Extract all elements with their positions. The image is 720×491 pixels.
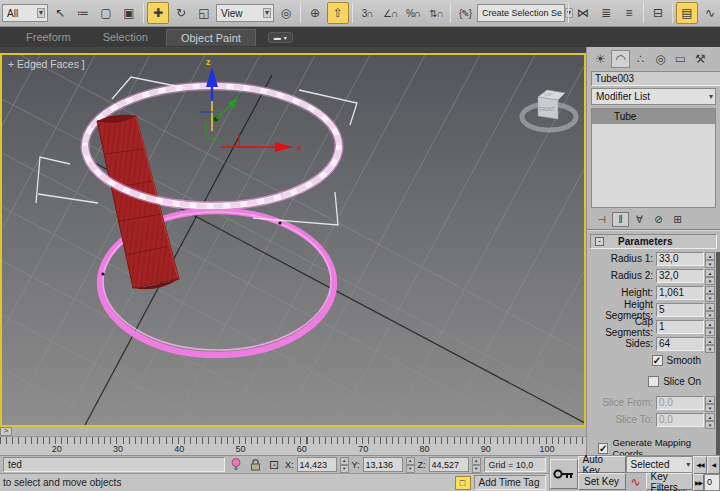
spinner-up-icon[interactable]: ▴ bbox=[705, 337, 715, 345]
modifier-stack[interactable]: Tube bbox=[591, 108, 716, 208]
snap-icon[interactable]: %∩ bbox=[402, 2, 424, 24]
toolbar-icon[interactable]: ∿ bbox=[699, 2, 720, 24]
spinner-control[interactable]: ▴ ▾ bbox=[705, 303, 715, 317]
object-name-field[interactable] bbox=[591, 71, 720, 86]
command-panel-tab-icon[interactable]: ▭ bbox=[671, 50, 690, 68]
spinner-control[interactable]: ▴ ▾ bbox=[705, 320, 715, 334]
perspective-viewport[interactable]: z y x bbox=[0, 53, 586, 427]
track-bar-ruler[interactable]: 2030405060708090100 bbox=[0, 437, 586, 455]
set-keys-button[interactable] bbox=[550, 459, 578, 489]
spinner-down-icon[interactable]: ▾ bbox=[705, 311, 715, 319]
spinner-down-icon[interactable]: ▾ bbox=[705, 328, 715, 336]
default-tangent-curve-icon[interactable]: ∿ bbox=[626, 473, 646, 491]
key-filters-button[interactable]: Key Filters... bbox=[646, 473, 694, 490]
command-panel-tab-icon[interactable]: ◠ bbox=[611, 50, 630, 68]
command-panel-tab-icon[interactable]: ☀ bbox=[591, 50, 610, 68]
current-frame-field[interactable] bbox=[704, 474, 720, 491]
stack-button-icon[interactable]: ⊞ bbox=[669, 212, 686, 227]
time-tag-cube-icon[interactable]: □ bbox=[455, 476, 471, 490]
spinner-down-icon[interactable]: ▾ bbox=[705, 277, 715, 285]
modifier-stack-item[interactable]: Tube bbox=[592, 109, 715, 124]
spinner-down-icon[interactable]: ▾ bbox=[705, 260, 715, 268]
selection-lock-icon[interactable] bbox=[247, 457, 263, 472]
ribbon-overflow-button[interactable]: ▬ ▾ bbox=[268, 32, 293, 43]
add-time-tag-field[interactable]: Add Time Tag bbox=[474, 475, 546, 490]
spinner-control[interactable]: ▴ ▾ bbox=[705, 252, 715, 266]
parameter-field[interactable] bbox=[656, 337, 704, 351]
toolbar-icon[interactable]: ≡ bbox=[618, 2, 640, 24]
spinner-up-icon[interactable]: ▴ bbox=[705, 269, 715, 277]
isolate-selection-icon[interactable] bbox=[228, 457, 244, 472]
ribbon-tab[interactable]: Selection bbox=[89, 29, 162, 46]
stack-button-icon[interactable]: ∀ bbox=[631, 212, 648, 227]
viewcube-front-label[interactable]: FRONT bbox=[539, 107, 555, 112]
snap-icon[interactable]: ∠∩ bbox=[379, 2, 401, 24]
go-to-end-button[interactable]: ▶▶ bbox=[693, 474, 704, 491]
toolbar-icon[interactable]: ↖ bbox=[49, 2, 71, 24]
toolbar-icon[interactable]: ≔ bbox=[72, 2, 94, 24]
toolbar-icon[interactable]: ▤ bbox=[676, 2, 698, 24]
command-panel-tab-icon[interactable]: ⚒ bbox=[691, 50, 710, 68]
toolbar-icon[interactable]: ▢ bbox=[95, 2, 117, 24]
spinner-control[interactable]: ▴ ▾ bbox=[705, 269, 715, 283]
spinner-down-icon[interactable]: ▾ bbox=[705, 294, 715, 302]
viewport-canvas[interactable]: z y x bbox=[2, 55, 584, 425]
ribbon-tab[interactable]: Object Paint bbox=[166, 29, 256, 46]
set-key-button[interactable]: Set Key bbox=[578, 473, 626, 490]
modifier-list-dropdown[interactable]: Modifier List ▾ bbox=[591, 88, 716, 105]
named-selection-set-dropdown[interactable]: Create Selection Se ▾ bbox=[477, 4, 565, 22]
time-slider-next-button[interactable]: > bbox=[0, 427, 12, 436]
parameter-field[interactable] bbox=[656, 269, 704, 283]
previous-frame-button[interactable]: ◀ bbox=[707, 456, 720, 474]
toolbar-icon[interactable]: ⋈ bbox=[572, 2, 594, 24]
generate-mapping-coords-checkbox[interactable]: ✓ bbox=[598, 443, 608, 454]
go-to-start-button[interactable]: ◀◀ bbox=[693, 456, 706, 474]
named-selection-sets-icon[interactable]: {✎} bbox=[454, 2, 476, 24]
auto-key-button[interactable]: Auto Key bbox=[578, 456, 626, 473]
collapse-icon[interactable]: - bbox=[595, 237, 604, 246]
reference-coordinate-dropdown[interactable]: View ▾ bbox=[216, 4, 274, 22]
toolbar-icon[interactable]: ▣ bbox=[118, 2, 140, 24]
transform-tool-icon[interactable]: ↻ bbox=[170, 2, 192, 24]
spinner-up-icon[interactable]: ▴ bbox=[705, 252, 715, 260]
command-panel-tab-icon[interactable]: ∴ bbox=[631, 50, 650, 68]
spinner-control[interactable]: ▴ ▾ bbox=[705, 286, 715, 300]
spinner-down-icon[interactable]: ▾ bbox=[705, 345, 715, 353]
parameter-field[interactable] bbox=[656, 252, 704, 266]
ribbon-tab[interactable]: Freeform bbox=[12, 29, 85, 46]
toolbar-icon[interactable]: ⊟ bbox=[647, 2, 669, 24]
stack-button-icon[interactable]: ⊘ bbox=[650, 212, 667, 227]
spinner-control[interactable]: ▴▾ bbox=[472, 457, 481, 472]
smooth-checkbox[interactable]: ✓ bbox=[652, 355, 663, 366]
y-coord-field[interactable] bbox=[363, 457, 403, 472]
spinner-control[interactable]: ▴▾ bbox=[340, 457, 349, 472]
panel-scrollbar[interactable] bbox=[716, 252, 720, 455]
parameters-rollout-header[interactable]: - Parameters bbox=[590, 234, 717, 249]
toolbar-icon[interactable]: ⊕ bbox=[304, 2, 326, 24]
slice-on-checkbox[interactable]: ✓ bbox=[648, 376, 659, 387]
parameter-field[interactable] bbox=[656, 320, 704, 334]
time-slider-track[interactable]: > bbox=[0, 427, 586, 437]
spinner-up-icon[interactable]: ▴ bbox=[705, 303, 715, 311]
toolbar-icon[interactable]: ≣ bbox=[595, 2, 617, 24]
x-coord-field[interactable] bbox=[297, 457, 337, 472]
stack-button-icon[interactable]: ‖ bbox=[612, 212, 629, 227]
snap-icon[interactable]: 3∩ bbox=[356, 2, 378, 24]
parameter-field[interactable] bbox=[656, 303, 704, 317]
spinner-control[interactable]: ▴ ▾ bbox=[705, 337, 715, 351]
spinner-up-icon[interactable]: ▴ bbox=[705, 320, 715, 328]
spinner-up-icon[interactable]: ▴ bbox=[705, 286, 715, 294]
transform-tool-icon[interactable]: ✚ bbox=[147, 2, 169, 24]
toolbar-icon[interactable]: ⇧ bbox=[327, 2, 349, 24]
pivot-center-icon[interactable]: ◎ bbox=[275, 2, 297, 24]
stack-button-icon[interactable]: ⊣ bbox=[593, 212, 610, 227]
selection-filter-dropdown[interactable]: All ▾ bbox=[2, 4, 48, 22]
parameter-field[interactable] bbox=[656, 286, 704, 300]
snap-icon[interactable]: ⇅∩ bbox=[425, 2, 447, 24]
viewcube-top-label[interactable]: TOP bbox=[543, 92, 552, 98]
command-panel-tab-icon[interactable]: ◎ bbox=[651, 50, 670, 68]
absolute-mode-icon[interactable]: ⊡ bbox=[266, 457, 282, 472]
transform-tool-icon[interactable]: ◱ bbox=[193, 2, 215, 24]
z-coord-field[interactable] bbox=[429, 457, 469, 472]
viewport-label[interactable]: + Edged Faces ] bbox=[8, 58, 85, 70]
